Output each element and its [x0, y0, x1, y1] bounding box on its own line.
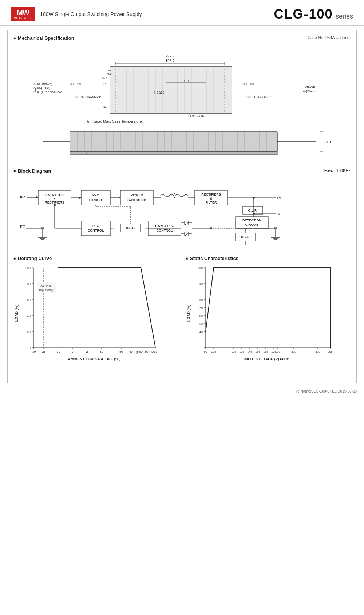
svg-text:30: 30: [100, 350, 103, 354]
svg-text:&: &: [210, 197, 213, 200]
svg-text:0: 0: [72, 350, 74, 354]
svg-rect-88: [70, 152, 277, 155]
svg-text:SWITCHING: SWITCHING: [127, 198, 146, 202]
svg-text:15: 15: [85, 350, 89, 354]
svg-text:34.2: 34.2: [102, 76, 107, 80]
svg-text:CONTROL: CONTROL: [157, 229, 173, 232]
svg-rect-101: [81, 190, 110, 205]
svg-text:FILTER: FILTER: [206, 201, 217, 204]
svg-text:EMI FILTER: EMI FILTER: [46, 193, 64, 197]
svg-text:60: 60: [199, 314, 203, 318]
svg-text:300±20: 300±20: [243, 82, 254, 86]
header: MW MEAN WELL 100W Single Output Switchin…: [0, 0, 364, 26]
block-diagram-section: Block Diagram Fosc : 100KHz I/P FG EMI F…: [13, 168, 351, 248]
svg-text:9.6: 9.6: [107, 72, 112, 75]
svg-text:+V(Red): +V(Red): [303, 85, 315, 89]
main-content: Mechanical Specification Case No. 954A U…: [7, 30, 357, 383]
svg-text:20: 20: [27, 330, 31, 334]
svg-line-155: [141, 228, 148, 228]
svg-text:INPUT VOLTAGE (V) 60Hz: INPUT VOLTAGE (V) 60Hz: [244, 357, 289, 361]
logo-mw: MW: [17, 9, 29, 16]
svg-text:-V(Black): -V(Black): [303, 90, 316, 93]
svg-text:125: 125: [231, 350, 236, 354]
svg-text:AC/L(Brown): AC/L(Brown): [33, 82, 52, 86]
fosc-note: Fosc : 100KHz: [324, 168, 351, 173]
svg-text:38.8: 38.8: [324, 140, 331, 144]
footer-text: File Name:CLG-100-SPEC 2015-08-28: [294, 389, 357, 393]
svg-text:100: 100: [211, 350, 216, 354]
svg-text:FG: FG: [20, 225, 25, 229]
logo: MW MEAN WELL: [11, 7, 35, 21]
svg-marker-150: [185, 232, 188, 236]
block-diagram-svg: I/P FG EMI FILTER & RECTIFIERS PFC CIRCU…: [13, 177, 352, 248]
svg-text:LOAD (%): LOAD (%): [15, 305, 19, 322]
svg-text:LOAD (%): LOAD (%): [187, 305, 191, 322]
case-note: Case No. 954A Unit:mm: [308, 35, 351, 40]
mechanical-diagram: 222.2 198.2: [13, 44, 351, 161]
charts-row: Derating Curve 0 20 40 60: [13, 256, 351, 378]
svg-text:295: 295: [328, 350, 333, 354]
svg-text:90: 90: [204, 350, 207, 354]
mechanical-spec-section: Mechanical Specification Case No. 954A U…: [13, 35, 351, 161]
svg-text:222.2: 222.2: [165, 55, 174, 59]
mech-svg: 222.2 198.2: [13, 44, 356, 161]
derating-title: Derating Curve: [13, 256, 178, 261]
svg-text:34: 34: [103, 106, 107, 109]
svg-text:(HORIZONTAL): (HORIZONTAL): [136, 350, 157, 354]
svg-text:50: 50: [199, 322, 203, 326]
svg-point-177: [54, 204, 56, 206]
static-char-chart: 40 50 60 70 80 90 100 LOAD (%): [186, 264, 351, 378]
svg-text:O.L.P.: O.L.P.: [126, 226, 135, 230]
svg-text:0: 0: [29, 346, 31, 350]
derating-chart: 0 20 40 60 80 100 LOAD (%) -3: [13, 264, 178, 378]
svg-marker-147: [185, 221, 188, 225]
svg-text:POWER: POWER: [131, 193, 143, 197]
block-diagram: I/P FG EMI FILTER & RECTIFIERS PFC CIRCU…: [13, 177, 351, 248]
svg-text:Input only: Input only: [39, 288, 54, 292]
svg-text:40: 40: [27, 314, 31, 318]
svg-text:90: 90: [199, 282, 203, 286]
svg-line-154: [110, 228, 120, 228]
svg-text:&: &: [54, 197, 56, 201]
block-diagram-title: Block Diagram: [13, 168, 51, 174]
svg-text:PFC: PFC: [92, 193, 99, 197]
svg-text:SVT 18AWGx2C: SVT 18AWGx2C: [246, 95, 271, 99]
derating-curve-container: Derating Curve 0 20 40 60: [13, 256, 178, 378]
svg-text:135: 135: [239, 350, 244, 354]
svg-text:+V: +V: [276, 196, 281, 200]
static-char-container: Static Characteristics 40 50 60 7: [186, 256, 351, 378]
mech-spec-title: Mechanical Specification: [13, 35, 74, 41]
svg-text:-10: -10: [56, 350, 60, 354]
svg-text:PFC: PFC: [92, 224, 99, 228]
product-subtitle: 100W Single Output Switching Power Suppl…: [40, 11, 274, 17]
svg-rect-138: [81, 221, 110, 236]
svg-text:-30: -30: [31, 350, 36, 354]
footer: File Name:CLG-100-SPEC 2015-08-28: [0, 387, 364, 395]
svg-text:-25: -25: [41, 350, 46, 354]
svg-text:99.1: 99.1: [183, 79, 189, 83]
svg-text:40: 40: [199, 330, 203, 334]
svg-rect-54: [70, 132, 277, 152]
svg-text:φ4.2×4PL: φ4.2×4PL: [192, 114, 206, 118]
svg-text:-V: -V: [276, 212, 281, 216]
logo-brand: MEAN WELL: [14, 17, 32, 19]
model-number: CLG-100 series: [274, 7, 353, 22]
svg-text:155: 155: [255, 350, 260, 354]
svg-text:198.2: 198.2: [165, 59, 174, 63]
svg-text:12: 12: [108, 68, 111, 71]
svg-text:T case: T case: [154, 90, 165, 94]
svg-text:I/P: I/P: [20, 195, 25, 199]
svg-text:O.V.P.: O.V.P.: [241, 235, 250, 239]
svg-text:60: 60: [129, 350, 133, 354]
svg-text:AC/N(Blue): AC/N(Blue): [33, 86, 50, 90]
svg-text:※ T case: Max. Case Temperatur: ※ T case: Max. Case Temperature.: [86, 119, 143, 123]
svg-text:145: 145: [247, 350, 252, 354]
svg-text:CIRCUIT: CIRCUIT: [245, 223, 259, 226]
svg-text:50: 50: [119, 350, 123, 354]
svg-text:CIRCUIT: CIRCUIT: [89, 198, 103, 202]
svg-text:200: 200: [291, 350, 296, 354]
svg-text:60: 60: [27, 298, 31, 302]
static-char-title: Static Characteristics: [186, 256, 351, 261]
svg-text:O.L.P.: O.L.P.: [248, 209, 257, 212]
svg-text:180: 180: [275, 350, 280, 354]
